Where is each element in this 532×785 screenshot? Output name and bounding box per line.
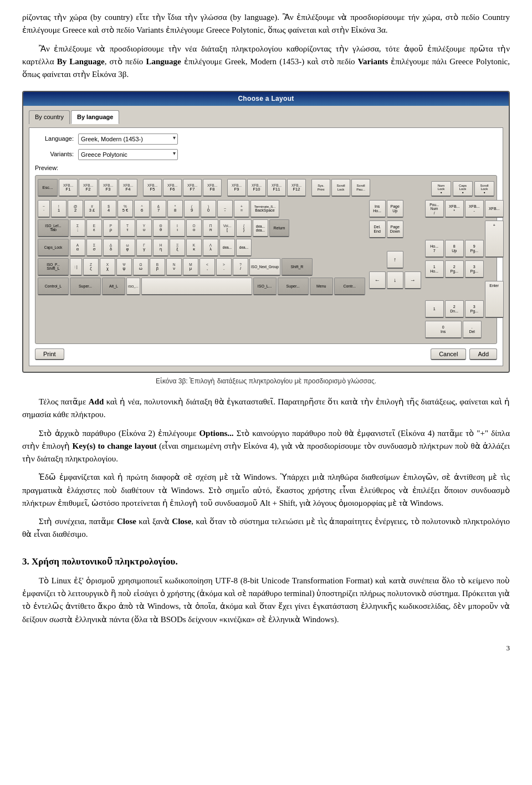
language-label: Language: [35, 134, 74, 143]
key-return-top: Return [269, 219, 289, 237]
variants-label: Variants: [35, 150, 74, 159]
key-quote: dea... [236, 239, 252, 256]
kb-lower: ~· !1 @2 #3 £ $4 %5 € ^6 &7 *8 (9 )0 _- [38, 200, 494, 340]
key-left: ← [369, 271, 386, 289]
num-lock-indicator: NumLock● [431, 181, 451, 197]
key-minus: _- [217, 200, 233, 218]
kb-row-fn: Esc... XFB...F1 XFB...F2 XFB...F3 XFB...… [38, 179, 494, 198]
key-num-7: Ho...7 [425, 240, 444, 258]
key-iso-l: ISO_L... [253, 278, 277, 295]
kb-main-keys: ~· !1 @2 #3 £ $4 %5 € ^6 &7 *8 (9 )0 _- [38, 200, 366, 340]
paragraph-7: Τὸ Linux ἐξ' ὁρισμοῦ χρησιμοποιεῖ κωδικο… [22, 574, 510, 626]
key-terminate: Terminate_S...BackSpace [250, 200, 279, 218]
key-u: Iι [170, 219, 185, 237]
variants-select[interactable]: Greece Polytonic [78, 149, 178, 160]
preview-label: Preview: [35, 163, 497, 173]
key-down: ↓ [387, 271, 403, 289]
key-num-plus: + [485, 220, 504, 258]
key-contr: Contr... [334, 278, 365, 295]
key-f11: XFB...F11 [267, 179, 286, 197]
key-h: Hη [153, 239, 168, 256]
kb-nav-spacer [369, 241, 422, 250]
key-f12: XFB...F12 [287, 179, 306, 197]
key-iso-level: ISO_... [126, 278, 140, 295]
key-num-6: 3Pg... [465, 260, 484, 278]
tab-by-language[interactable]: By language [71, 110, 119, 124]
key-e: Pρ [103, 219, 119, 237]
add-button[interactable]: Add [469, 348, 497, 360]
paragraph-4: Στὸ ἀρχικὸ παράθυρο (Εἰκόνα 2) ἐπιλέγουμ… [22, 427, 510, 466]
section-3-heading: 3. Χρήση πολυτονικοῦ πληκτρολογίου. [22, 555, 510, 569]
key-esc: Esc... [38, 179, 58, 197]
key-equal: += [234, 200, 249, 218]
caps-lock-indicator: CapsLock● [453, 181, 473, 197]
dialog-body: By country By language Language: Greek, … [23, 106, 509, 372]
kb-numpad: Pou...Num/ XFB...* XFB...- XFB... Ho...7… [425, 200, 505, 340]
dialog-inner: Language: Greek, Modern (1453-) Variants… [29, 127, 503, 367]
key-num-4: 1Ho... [425, 260, 444, 278]
kb-indicators: NumLock● CapsLock● ScrollLock● [431, 181, 494, 198]
key-w: Eε [86, 219, 102, 237]
key-f7: XFB...F7 [183, 179, 202, 197]
language-select[interactable]: Greek, Modern (1453-) [78, 134, 178, 145]
key-home: PageUp [387, 200, 403, 218]
key-num-5: 2Pg... [445, 260, 464, 278]
key-num-div: XFB...* [445, 200, 464, 218]
key-q: Σ; [70, 219, 85, 237]
key-1: !1 [51, 200, 66, 218]
key-alt-l: Alt_L [102, 278, 125, 295]
key-i: Oο [186, 219, 202, 237]
key-m: Mμ [183, 258, 198, 276]
key-comma: <, [200, 258, 215, 276]
key-right: → [405, 271, 421, 289]
key-insert: InsHo... [369, 200, 386, 218]
key-scroll: ScrollLock [331, 179, 350, 197]
key-2: @2 [68, 200, 83, 218]
language-row: Language: Greek, Modern (1453-) [35, 132, 497, 145]
key-shift-l: ISO_P...Shift_L [38, 258, 69, 276]
key-slash: ?/ [233, 258, 248, 276]
key-6: ^6 [134, 200, 150, 218]
paragraph-2: Ἂν ἐπιλέξουμε νὰ προσδιορίσουμε τὴν νέα … [22, 43, 510, 81]
key-ctrl-l: Control_L [38, 278, 69, 295]
variants-row: Variants: Greece Polytonic [35, 148, 497, 161]
paragraph-3: Τέλος πατᾶμε Add καὶ ἡ νέα, πολυτονικὴ δ… [22, 396, 510, 422]
key-4: $4 [101, 200, 116, 218]
key-f2: XFB...F2 [79, 179, 98, 197]
tab-by-country[interactable]: By country [29, 110, 70, 124]
dialog-tabs: By country By language [29, 110, 503, 124]
key-bracket-l: {} [236, 219, 252, 237]
paragraph-5: Ἐδῶ ἐμφανίζεται καὶ ἡ πρώτη διαφορὰ σὲ σ… [22, 471, 510, 510]
key-num-8: 8Up [445, 240, 464, 258]
key-o: Ππ [203, 219, 218, 237]
key-iso: : | [70, 258, 82, 276]
scroll-lock-indicator: ScrollLock● [474, 181, 494, 197]
variants-select-wrapper: Greece Polytonic [78, 148, 178, 161]
cancel-button[interactable]: Cancel [431, 348, 466, 360]
key-c: Ψψ [116, 258, 132, 276]
key-shift-r: Shift_R [282, 258, 313, 276]
kb-nav-cluster: InsHo... PageUp Del.End PageDown [369, 200, 422, 340]
kb-main-fn: Esc... XFB...F1 XFB...F2 XFB...F3 XFB...… [38, 179, 428, 198]
key-num-lock: Pou...Num/ [425, 200, 444, 218]
key-f1: XFB...F1 [59, 179, 78, 197]
key-num-minus: XFB... [485, 200, 504, 218]
key-end: PageDown [387, 220, 403, 238]
key-space [141, 278, 252, 295]
key-f4: XFB...F4 [119, 179, 137, 197]
key-f3: XFB...F3 [99, 179, 117, 197]
print-button[interactable]: Print [35, 348, 64, 360]
language-select-wrapper: Greek, Modern (1453-) [78, 132, 178, 145]
key-b: Bβ [150, 258, 165, 276]
key-delete: Del.End [369, 220, 386, 238]
key-menu: Menu [310, 278, 333, 295]
key-num-9: 9Pg... [465, 240, 484, 258]
key-z: Zζ [83, 258, 99, 276]
key-up: ↑ [387, 251, 403, 269]
key-f6: XFB...F6 [163, 179, 182, 197]
key-y: Θθ [153, 219, 168, 237]
key-pause: ScrollPau... [351, 179, 370, 197]
key-f9: XFB...F9 [227, 179, 246, 197]
key-k: Kκ [186, 239, 202, 256]
key-super-r: Super... [278, 278, 309, 295]
